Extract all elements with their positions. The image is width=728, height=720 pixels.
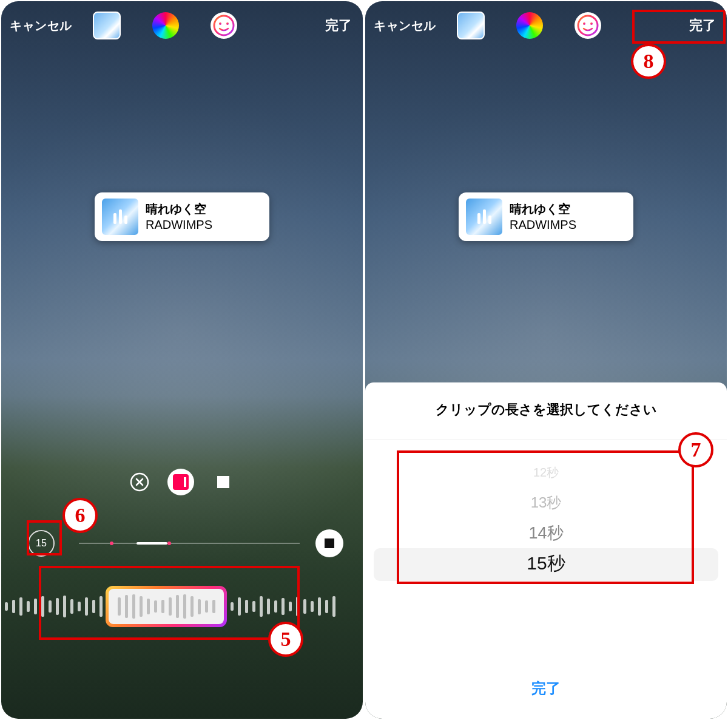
color-wheel-icon[interactable]	[516, 12, 543, 39]
clip-scrub-row: 15	[1, 529, 363, 557]
annotation-callout-6: 6	[62, 498, 98, 533]
svg-point-0	[214, 16, 234, 35]
face-filter-icon[interactable]	[575, 12, 601, 39]
sky-thumb-icon[interactable]	[93, 12, 121, 39]
clip-timeline[interactable]	[79, 542, 300, 545]
screen-right-duration-picker: キャンセル 完了 晴れゆく空 RADWIMPS クリップの長さを選択してください	[365, 1, 727, 719]
music-album-art-icon	[102, 199, 138, 235]
svg-point-7	[590, 22, 593, 25]
music-album-art-icon	[466, 199, 502, 235]
close-circle-icon[interactable]	[127, 470, 152, 494]
svg-point-2	[226, 22, 229, 25]
done-button[interactable]: 完了	[687, 13, 718, 38]
music-title: 晴れゆく空	[146, 201, 212, 217]
music-sticker-text: 晴れゆく空 RADWIMPS	[146, 201, 212, 233]
svg-point-6	[583, 22, 585, 25]
topbar-right: キャンセル 完了	[365, 1, 727, 50]
sticker-style-album-icon[interactable]	[167, 469, 194, 495]
cancel-button[interactable]: キャンセル	[374, 18, 436, 34]
picker-option[interactable]: 12秒	[533, 457, 559, 487]
sky-thumb-icon[interactable]	[457, 12, 485, 39]
music-sticker-text: 晴れゆく空 RADWIMPS	[510, 201, 576, 233]
cancel-button[interactable]: キャンセル	[10, 18, 72, 34]
svg-rect-4	[217, 476, 229, 488]
picker-option-selected[interactable]: 15秒	[527, 548, 565, 579]
svg-point-1	[219, 22, 221, 25]
face-filter-icon[interactable]	[211, 12, 237, 39]
clip-duration-button[interactable]: 15	[28, 530, 55, 557]
music-title: 晴れゆく空	[510, 201, 576, 217]
svg-point-5	[578, 16, 598, 35]
annotation-callout-8: 8	[631, 44, 666, 79]
music-artist: RADWIMPS	[146, 217, 212, 233]
duration-picker[interactable]: 12秒 13秒 14秒 15秒	[365, 440, 727, 622]
panel-footer: 完了	[365, 662, 727, 719]
music-artist: RADWIMPS	[510, 217, 576, 233]
duration-picker-title: クリップの長さを選択してください	[365, 382, 727, 440]
color-wheel-icon[interactable]	[152, 12, 179, 39]
sticker-style-controls	[1, 469, 363, 495]
music-waveform-selection[interactable]	[106, 586, 227, 627]
stop-button[interactable]	[315, 529, 343, 557]
annotation-callout-7: 7	[678, 432, 713, 467]
music-waveform-scrubber[interactable]	[1, 581, 363, 632]
done-button[interactable]: 完了	[323, 13, 354, 38]
duration-picker-panel: クリップの長さを選択してください 12秒 13秒 14秒 15秒 完了	[365, 382, 727, 719]
screen-left-music-edit: キャンセル 完了 晴れゆく空 RADWIMPS	[1, 1, 363, 719]
sticker-style-text-icon[interactable]	[210, 469, 237, 495]
annotation-callout-5: 5	[268, 622, 303, 657]
music-sticker[interactable]: 晴れゆく空 RADWIMPS	[459, 192, 633, 241]
topbar-left: キャンセル 完了	[1, 1, 363, 50]
picker-option[interactable]: 14秒	[528, 518, 563, 548]
picker-option[interactable]: 13秒	[531, 487, 562, 518]
panel-done-button[interactable]: 完了	[531, 680, 561, 696]
music-sticker[interactable]: 晴れゆく空 RADWIMPS	[95, 192, 269, 241]
